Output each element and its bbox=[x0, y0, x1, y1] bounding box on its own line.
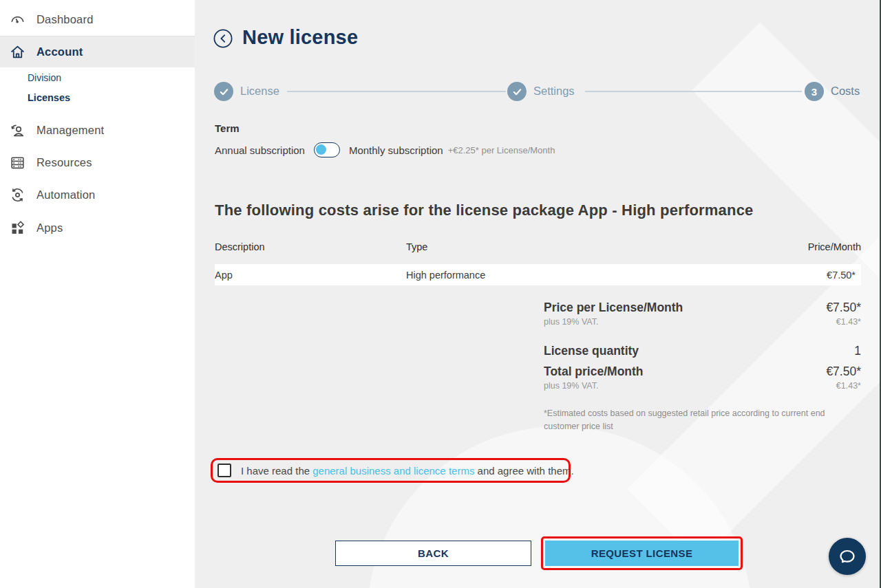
summary-total-price: Total price/Month €7.50* bbox=[544, 364, 861, 380]
step-number: 3 bbox=[811, 86, 817, 98]
vat-label: plus 19% VAT. bbox=[544, 381, 598, 391]
terms-link[interactable]: general business and licence terms bbox=[312, 465, 474, 477]
summary-label: Total price/Month bbox=[544, 364, 644, 379]
col-price-month: Price/Month bbox=[808, 241, 861, 252]
gear-sync-icon bbox=[9, 186, 25, 203]
sidebar-item-label: Apps bbox=[36, 221, 63, 235]
gauge-icon bbox=[9, 11, 25, 28]
summary-price-per-license: Price per License/Month €7.50* bbox=[544, 301, 861, 316]
summary-value: €7.50* bbox=[826, 364, 861, 379]
step-costs-label: Costs bbox=[831, 85, 860, 98]
cell-description: App bbox=[215, 270, 233, 281]
sidebar-item-management[interactable]: Management bbox=[0, 114, 195, 146]
step-connector bbox=[585, 91, 802, 92]
vat-value: €1.43* bbox=[836, 317, 861, 327]
back-button[interactable] bbox=[213, 29, 233, 48]
summary-label: License quantity bbox=[544, 344, 639, 358]
annotation-request-highlight: REQUEST LICENSE bbox=[541, 536, 743, 570]
chat-bubble-icon bbox=[837, 546, 858, 567]
sidebar-item-account[interactable]: Account bbox=[0, 36, 195, 67]
sidebar-item-apps[interactable]: Apps bbox=[0, 212, 195, 243]
terms-prefix: I have read the bbox=[241, 465, 312, 477]
summary-label: Price per License/Month bbox=[544, 301, 683, 315]
toggle-knob bbox=[316, 144, 326, 155]
app-window: Dashboard Account Division Licenses bbox=[0, 0, 881, 588]
chat-support-button[interactable] bbox=[829, 538, 866, 575]
sidebar-item-label: Account bbox=[36, 45, 83, 58]
table-row: App High performance €7.50* bbox=[215, 264, 861, 285]
sidebar-item-label: Resources bbox=[36, 156, 92, 169]
summary-value: €7.50* bbox=[826, 301, 861, 315]
terms-suffix: and agree with them. bbox=[474, 465, 573, 477]
summary-license-quantity: License quantity 1 bbox=[544, 344, 861, 359]
chevron-left-circle-icon bbox=[213, 29, 233, 48]
sidebar-item-dashboard[interactable]: Dashboard bbox=[0, 3, 195, 35]
subscription-toggle[interactable] bbox=[314, 142, 340, 157]
col-type: Type bbox=[406, 241, 427, 252]
check-icon bbox=[512, 87, 522, 97]
cell-type: High performance bbox=[406, 270, 485, 281]
table-header: Description Type Price/Month bbox=[215, 241, 861, 257]
sidebar-subitem-licenses[interactable]: Licenses bbox=[28, 92, 70, 103]
step-settings-label: Settings bbox=[533, 85, 575, 98]
term-section-label: Term bbox=[215, 122, 240, 134]
request-license-button[interactable]: REQUEST LICENSE bbox=[545, 541, 739, 566]
step-costs-circle: 3 bbox=[805, 82, 824, 101]
col-description: Description bbox=[215, 241, 265, 252]
sidebar-item-label: Management bbox=[36, 124, 104, 137]
apps-grid-icon bbox=[9, 219, 25, 236]
annual-subscription-label: Annual subscription bbox=[215, 144, 305, 156]
summary-value: 1 bbox=[854, 344, 861, 358]
step-settings-circle bbox=[507, 82, 527, 101]
terms-checkbox[interactable] bbox=[217, 464, 231, 477]
summary-vat-row: plus 19% VAT. €1.43* bbox=[544, 317, 861, 327]
vat-value: €1.43* bbox=[836, 381, 861, 391]
summary-vat-row: plus 19% VAT. €1.43* bbox=[544, 381, 861, 391]
step-license-label: License bbox=[240, 85, 279, 98]
annotation-terms-highlight: I have read the general business and lic… bbox=[211, 458, 571, 483]
back-action-button[interactable]: BACK bbox=[335, 541, 531, 566]
server-icon bbox=[9, 154, 25, 171]
term-row: Annual subscription Monthly subscription… bbox=[215, 142, 555, 157]
sidebar-item-label: Automation bbox=[36, 188, 95, 202]
sidebar-item-automation[interactable]: Automation bbox=[0, 179, 195, 210]
cell-price: €7.50* bbox=[827, 270, 856, 281]
sidebar-subitem-division[interactable]: Division bbox=[28, 72, 61, 83]
people-icon bbox=[9, 122, 25, 138]
costs-heading: The following costs arise for the licens… bbox=[215, 202, 754, 219]
monthly-subscription-label: Monthly subscription bbox=[349, 144, 443, 156]
vat-label: plus 19% VAT. bbox=[544, 317, 598, 327]
sidebar-item-label: Dashboard bbox=[36, 13, 94, 26]
costs-table: Description Type Price/Month App High pe… bbox=[215, 241, 861, 285]
monthly-price-note: +€2.25* per License/Month bbox=[448, 145, 555, 155]
home-icon bbox=[9, 44, 25, 61]
sidebar-item-resources[interactable]: Resources bbox=[0, 146, 195, 178]
page-title: New license bbox=[242, 26, 358, 49]
check-icon bbox=[219, 87, 229, 97]
step-license-circle bbox=[214, 82, 233, 101]
main-content: New license License Settings 3 Costs Ter… bbox=[195, 0, 881, 588]
step-connector bbox=[287, 91, 506, 92]
sidebar: Dashboard Account Division Licenses bbox=[0, 0, 195, 588]
terms-agreement-text: I have read the general business and lic… bbox=[241, 465, 574, 477]
estimate-footnote: *Estimated costs based on suggested reta… bbox=[544, 407, 855, 434]
